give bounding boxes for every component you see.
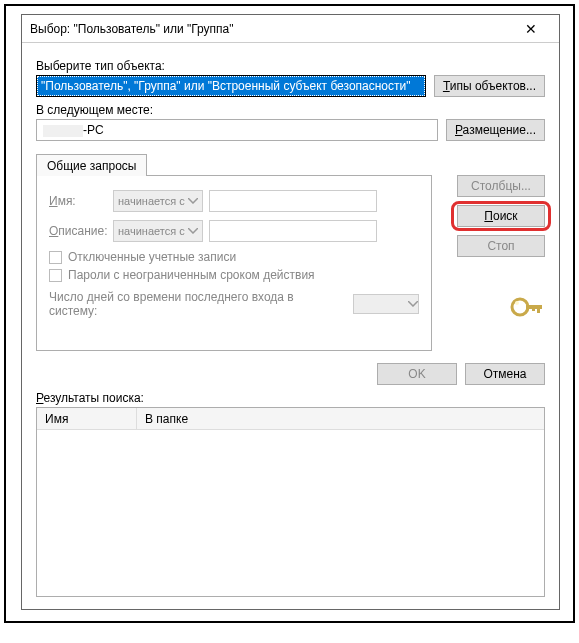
results-header: Имя В папке <box>37 408 544 430</box>
svg-rect-2 <box>537 305 540 313</box>
redacted-block <box>43 125 83 137</box>
location-label: В следующем месте: <box>36 103 545 117</box>
desc-filter-label: Описание: <box>49 224 107 238</box>
days-spinner <box>353 294 419 314</box>
columns-button: Столбцы... <box>457 175 545 197</box>
name-filter-input <box>209 190 377 212</box>
cancel-button[interactable]: Отмена <box>465 363 545 385</box>
object-types-button[interactable]: Типы объектов... <box>434 75 545 97</box>
chevron-down-icon <box>188 198 198 204</box>
svg-rect-3 <box>532 305 535 311</box>
tab-panel-common: Имя: начинается с Описание: начинается с <box>36 175 432 351</box>
disabled-accounts-checkbox-row: Отключенные учетные записи <box>49 250 419 264</box>
chevron-down-icon <box>188 228 198 234</box>
results-list[interactable]: Имя В папке <box>36 407 545 597</box>
search-button[interactable]: Поиск <box>457 205 545 227</box>
column-folder[interactable]: В папке <box>137 408 544 429</box>
results-label: Результаты поиска: <box>36 391 545 405</box>
column-name[interactable]: Имя <box>37 408 137 429</box>
svg-point-4 <box>515 301 519 305</box>
password-checkbox-row: Пароли с неограниченным сроком действия <box>49 268 419 282</box>
name-match-combo: начинается с <box>113 190 203 212</box>
desc-match-combo: начинается с <box>113 220 203 242</box>
svg-point-0 <box>512 299 528 315</box>
name-filter-label: Имя: <box>49 194 107 208</box>
search-key-icon <box>509 295 545 319</box>
days-label: Число дней со времени последнего входа в… <box>49 290 345 318</box>
object-type-field[interactable]: "Пользователь", "Группа" или "Встроенный… <box>36 75 426 97</box>
dialog-window: Выбор: "Пользователь" или "Группа" ✕ Выб… <box>21 14 560 610</box>
password-checkbox <box>49 269 62 282</box>
close-button[interactable]: ✕ <box>511 17 551 41</box>
stop-button: Стоп <box>457 235 545 257</box>
ok-button: OK <box>377 363 457 385</box>
desc-filter-input <box>209 220 377 242</box>
location-button[interactable]: Размещение... <box>446 119 545 141</box>
location-field[interactable]: -PC <box>36 119 438 141</box>
window-title: Выбор: "Пользователь" или "Группа" <box>30 22 511 36</box>
disabled-accounts-checkbox <box>49 251 62 264</box>
chevron-down-icon <box>408 301 418 307</box>
tab-common-queries[interactable]: Общие запросы <box>36 154 147 176</box>
close-icon: ✕ <box>525 21 537 37</box>
object-type-label: Выберите тип объекта: <box>36 59 545 73</box>
titlebar: Выбор: "Пользователь" или "Группа" ✕ <box>22 15 559 43</box>
